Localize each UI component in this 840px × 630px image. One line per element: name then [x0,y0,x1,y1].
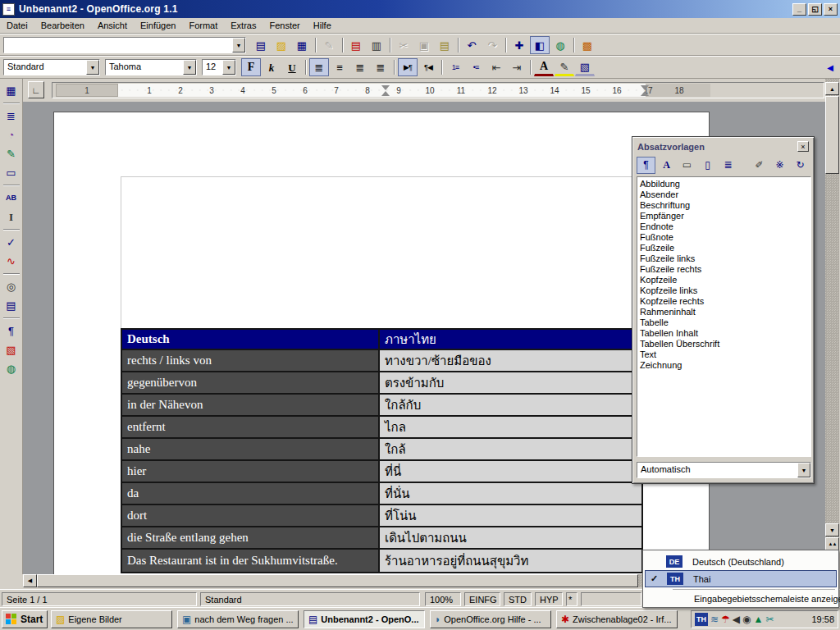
export-pdf-button[interactable]: ▤ [346,36,366,54]
background-color-button[interactable]: ▧ [575,58,595,76]
url-combobox[interactable]: ▼ [3,37,246,53]
style-list-item[interactable]: Kopfzeile [637,275,810,285]
paste-button[interactable]: ▤ [435,36,454,54]
align-center-button[interactable]: ≡ [330,58,349,76]
format-button[interactable] [391,58,397,76]
table-cell-th[interactable]: ใกล้กับ [380,395,641,415]
scroll-left-button[interactable]: ◀ [23,574,37,587]
edit-file-button[interactable]: ✎ [319,36,339,54]
align-justify-button[interactable]: ≣ [371,58,390,76]
style-list-item[interactable]: Tabellen Überschrift [637,339,810,349]
table-cell-de[interactable]: hier [122,461,380,482]
style-list-item[interactable]: Kopfzeile links [637,285,810,296]
menu-item-show-language-bar[interactable]: Eingabegebietsschemaleiste anzeigen [643,591,838,607]
italic-button[interactable]: k [262,58,281,76]
menu-item[interactable]: Format [182,19,224,32]
pen-tablet-icon[interactable]: ✂ [765,614,774,624]
format-button[interactable] [439,58,445,76]
toolbar-button[interactable] [1,271,22,276]
status-insert-mode[interactable]: EINFG [464,592,500,606]
start-button[interactable]: Start [2,610,48,628]
table-cell-de[interactable]: gegenübervon [122,372,380,393]
style-list-item[interactable]: Fußnote [637,232,810,243]
increase-indent-button[interactable]: ⇥ [507,58,527,76]
table-header-th[interactable]: ภาษาไทย [380,330,641,349]
insert-form-button[interactable]: ▭ [1,163,22,181]
taskbar-weg-fragen[interactable]: ▣ nach dem Weg fragen ... [177,610,299,628]
stylist-button[interactable]: ◧ [530,36,550,54]
copy-button[interactable]: ▣ [414,36,434,54]
format-button[interactable] [527,58,533,76]
horizontal-scrollbar-thumb[interactable] [37,574,638,587]
update-style-button[interactable]: ↻ [791,157,810,174]
column-marker[interactable] [381,85,390,96]
open-button[interactable]: ▨ [272,36,291,54]
status-hyperlink-mode[interactable]: HYP [535,592,563,606]
underline-button[interactable]: U [282,58,302,76]
toolbar-button[interactable] [1,315,22,321]
cut-button[interactable]: ✂ [394,36,413,54]
chevron-down-icon[interactable]: ▼ [797,463,810,477]
stylist-titlebar[interactable]: Absatzvorlagen × [635,139,811,153]
style-list-item[interactable]: Empfänger [637,211,810,221]
toolbar-collapse-button[interactable]: ◀ [823,57,838,77]
direct-cursor-button[interactable]: I [1,208,22,226]
stylist-close-button[interactable]: × [797,141,809,152]
style-list-item[interactable]: Absender [637,189,810,200]
url-input[interactable] [4,38,232,52]
table-cell-th[interactable]: ไกล [380,417,641,437]
format-button[interactable] [303,58,308,76]
align-left-button[interactable]: ≣ [309,58,329,76]
bullet-list-button[interactable]: •≡ [466,58,486,76]
new-style-from-selection-button[interactable]: ※ [770,157,789,174]
table-cell-de[interactable]: nahe [122,439,380,459]
gallery-button[interactable]: ▩ [578,36,597,54]
graphics-toggle-button[interactable]: ▧ [1,340,22,358]
table-cell-th[interactable]: ที่นี่ [380,461,641,482]
toolbar-button[interactable] [1,182,22,188]
table-cell-th[interactable]: ตรงข้ามกับ [380,372,641,393]
style-filter-combobox[interactable]: Automatisch ▼ [637,462,811,478]
table-cell-th[interactable]: ที่นั่น [380,483,641,504]
decrease-indent-button[interactable]: ⇤ [486,58,506,76]
numbered-list-button[interactable]: 1≡ [445,58,465,76]
table-cell-th[interactable]: ร้านอาหารอยู่ที่ถนนสุขุมวิท [380,550,641,572]
volume-icon[interactable]: ◀ [733,614,740,624]
align-right-button[interactable]: ≣ [350,58,370,76]
frame-styles-button[interactable]: ▭ [678,157,696,174]
scroll-down-button[interactable]: ▼ [825,523,839,536]
style-list-item[interactable]: Abbildung [637,179,810,189]
status-selection-mode[interactable]: STD [504,592,532,606]
table-header-de[interactable]: Deutsch [122,330,380,349]
taskbar-ooo-hilfe[interactable]: ◗ OpenOffice.org Hilfe - ... [430,610,551,628]
insert-fields-button[interactable]: ≣ [1,107,22,125]
toolbar-button[interactable] [387,36,393,54]
menu-item[interactable]: Ansicht [91,19,134,32]
status-zoom[interactable]: 100% [425,592,461,606]
autotext-button[interactable]: AB [1,189,22,207]
restore-button[interactable]: ◱ [808,3,822,16]
style-list-item[interactable]: Zeichnung [637,360,810,371]
paragraph-style-combobox[interactable]: Standard ▼ [3,59,100,75]
style-list-item[interactable]: Endnote [637,221,810,232]
bold-button[interactable]: F [241,58,261,76]
toolbar-button[interactable] [313,36,318,54]
toolbar-button[interactable] [1,226,22,232]
rtl-button[interactable]: ¶◀ [418,58,438,76]
menu-item[interactable]: Einfügen [134,19,182,32]
style-list-item[interactable]: Beschriftung [637,200,810,211]
menu-item[interactable]: Extras [224,19,262,32]
hyperlink-button[interactable]: ◍ [550,36,570,54]
menu-item[interactable]: Hilfe [307,19,338,32]
column-marker[interactable] [641,85,649,96]
toolbar-button[interactable] [1,100,22,106]
close-button[interactable]: × [824,3,838,16]
menu-item[interactable]: Fenster [262,19,306,32]
style-list-item[interactable]: Tabelle [637,317,810,328]
antivirus-icon[interactable]: ☂ [721,614,730,624]
taskbar-eigene-bilder[interactable]: ▨ Eigene Bilder [51,610,172,628]
nonprinting-chars-button[interactable]: ¶ [1,322,22,340]
table-cell-de[interactable]: da [122,483,380,504]
style-list-item[interactable]: Fußzeile [637,243,810,253]
font-color-button[interactable]: A [534,58,554,76]
